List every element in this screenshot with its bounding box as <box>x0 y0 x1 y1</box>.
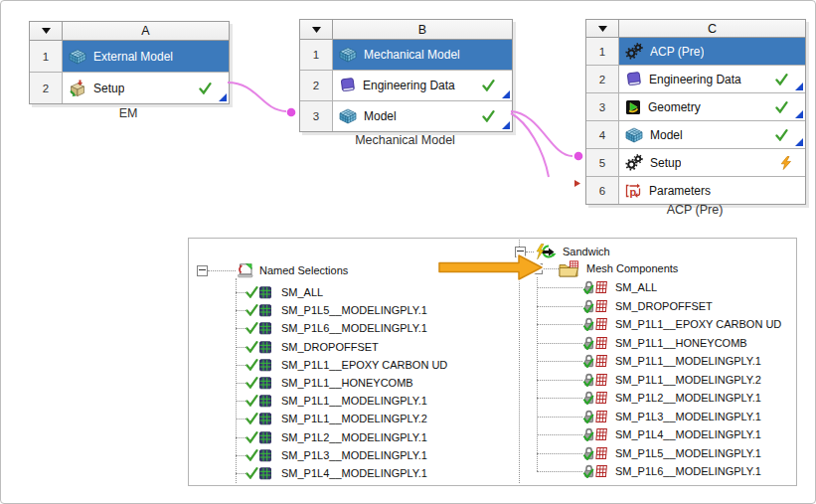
tree-item[interactable]: SM_P1L1__MODELINGPLY.2 <box>236 410 427 427</box>
tree-item[interactable]: SM_P1L1__EPOXY CARBON UD <box>537 315 781 333</box>
red-grid-icon <box>595 446 608 460</box>
row-number-cell[interactable]: 4 <box>586 121 619 148</box>
tree-item-label: SM_P1L1__EPOXY CARBON UD <box>281 359 447 371</box>
lock-check-icon <box>582 336 595 350</box>
tree-item-label: SM_P1L6__MODELINGPLY.1 <box>615 465 761 477</box>
dropdown-icon <box>598 26 607 32</box>
cell-label: Mechanical Model <box>364 48 460 62</box>
system-cell-selected[interactable]: External Model <box>63 41 229 72</box>
tree-item-label: SM_P1L1__MODELINGPLY.1 <box>281 395 427 407</box>
system-cell[interactable]: pParameters <box>619 177 805 204</box>
tree-item[interactable]: SM_P1L4__MODELINGPLY.1 <box>236 464 427 482</box>
tree-item[interactable]: SM_ALL <box>537 278 657 296</box>
cell-label: Geometry <box>648 100 701 114</box>
tree-item[interactable]: SM_DROPOFFSET <box>537 297 713 315</box>
parameter-link-arrow-icon <box>574 180 580 187</box>
tree-item[interactable]: SM_P1L5__MODELINGPLY.1 <box>537 444 761 462</box>
tree-item[interactable]: SM_ALL <box>236 283 323 301</box>
row-number-cell[interactable]: 2 <box>30 73 63 103</box>
tree-item[interactable]: SM_P1L1__HONEYCOMB <box>236 374 413 392</box>
row-number-cell[interactable]: 3 <box>300 101 333 131</box>
check-icon <box>245 395 258 407</box>
tree-item[interactable]: SM_P1L1__HONEYCOMB <box>537 334 747 352</box>
cell-label: Model <box>650 128 683 142</box>
row-number-cell[interactable]: 5 <box>586 149 619 176</box>
row-number-cell[interactable]: 2 <box>300 71 333 100</box>
tree-item-label: SM_P1L4__MODELINGPLY.1 <box>615 428 761 440</box>
blue-corner-icon <box>502 121 510 129</box>
tree-item[interactable]: SM_P1L6__MODELINGPLY.1 <box>537 462 761 480</box>
lock-check-icon <box>582 427 595 441</box>
row-number-cell[interactable]: 1 <box>586 38 619 65</box>
tree-item[interactable]: SM_P1L1__MODELINGPLY.2 <box>537 371 761 389</box>
ns-grid-icon <box>258 285 272 299</box>
tree-branch-line <box>236 401 245 402</box>
ns-grid-icon <box>258 321 272 335</box>
tree-item[interactable]: SM_P1L5__MODELINGPLY.1 <box>236 301 427 319</box>
tree-node-named-selections[interactable]: Named Selections <box>197 261 348 279</box>
mesh-block-icon <box>339 108 357 124</box>
book-icon <box>625 72 642 87</box>
red-grid-icon <box>595 427 608 441</box>
expand-collapse-toggle[interactable] <box>532 263 543 274</box>
tree-item[interactable]: SM_DROPOFFSET <box>236 338 379 356</box>
header-dropdown-button[interactable] <box>300 20 333 39</box>
check-icon <box>245 467 258 479</box>
system-cell[interactable]: Setup <box>63 73 229 103</box>
system-caption: EM <box>29 106 228 120</box>
ns-grid-icon <box>258 303 272 317</box>
tree-node-mesh-components[interactable]: Mesh Components <box>519 259 678 277</box>
row-number-cell[interactable]: 1 <box>300 40 333 70</box>
tree-panel: Named SelectionsSM_ALLSM_P1L5__MODELINGP… <box>188 238 797 486</box>
row-number-cell[interactable]: 6 <box>586 177 619 204</box>
check-icon <box>245 359 258 371</box>
system-cell-row: 2Setup <box>30 73 229 103</box>
row-number-cell[interactable]: 3 <box>586 93 619 120</box>
tree-item[interactable]: SM_P1L4__MODELINGPLY.1 <box>537 425 761 443</box>
row-number-cell[interactable]: 1 <box>30 41 63 72</box>
cell-label: ACP (Pre) <box>650 45 704 59</box>
tree-item[interactable]: SM_P1L1__MODELINGPLY.1 <box>236 392 427 410</box>
cell-status <box>482 110 495 122</box>
header-dropdown-button[interactable] <box>30 22 63 40</box>
tree-branch-line <box>236 455 245 456</box>
system-cell[interactable]: Setup <box>619 149 805 176</box>
ns-grid-icon <box>258 358 272 372</box>
lightning-icon <box>780 156 792 170</box>
tree-item[interactable]: SM_P1L1__MODELINGPLY.1 <box>537 352 761 370</box>
system-cell-row: 1ACP (Pre) <box>586 38 805 66</box>
dropdown-icon <box>312 27 321 33</box>
mesh-folder-icon <box>559 260 579 277</box>
tree-item[interactable]: SM_P1L6__MODELINGPLY.1 <box>236 319 427 337</box>
system-cell-selected[interactable]: ACP (Pre) <box>619 38 805 65</box>
red-grid-icon <box>595 373 608 387</box>
tree-branch-line <box>236 437 245 438</box>
system-cell[interactable]: Engineering Data <box>333 71 512 100</box>
row-number-cell[interactable]: 2 <box>586 66 619 92</box>
tree-item-label: SM_DROPOFFSET <box>281 341 379 353</box>
expand-collapse-toggle[interactable] <box>197 265 208 276</box>
system-cell[interactable]: Model <box>333 101 512 131</box>
named-selections-icon <box>236 262 255 278</box>
tree-item[interactable]: SM_P1L3__MODELINGPLY.1 <box>236 446 427 464</box>
system-cell[interactable]: Engineering Data <box>619 66 805 92</box>
system-cell[interactable]: Geometry <box>619 93 805 120</box>
tree-item[interactable]: SM_P1L2__MODELINGPLY.1 <box>537 389 761 407</box>
system-cell-selected[interactable]: Mechanical Model <box>333 40 512 70</box>
check-icon <box>245 304 258 316</box>
lock-check-icon <box>582 464 595 478</box>
tree-node-sandwich[interactable]: Sandwich <box>515 243 610 260</box>
tree-item[interactable]: SM_P1L2__MODELINGPLY.1 <box>236 428 427 446</box>
header-dropdown-button[interactable] <box>586 20 619 37</box>
red-grid-icon <box>595 299 608 313</box>
tree-item-label: SM_P1L1__MODELINGPLY.2 <box>615 374 761 386</box>
tree-branch-line <box>208 270 236 271</box>
expand-collapse-toggle[interactable] <box>515 247 526 257</box>
system-cell[interactable]: Model <box>619 121 805 148</box>
red-grid-icon <box>595 317 608 331</box>
tree-item-label: SM_P1L4__MODELINGPLY.1 <box>281 467 427 479</box>
cell-label: External Model <box>93 50 173 64</box>
tree-item[interactable]: SM_P1L3__MODELINGPLY.1 <box>537 408 761 425</box>
tree-item[interactable]: SM_P1L1__EPOXY CARBON UD <box>236 356 447 374</box>
tree-item-label: SM_P1L3__MODELINGPLY.1 <box>615 411 761 422</box>
